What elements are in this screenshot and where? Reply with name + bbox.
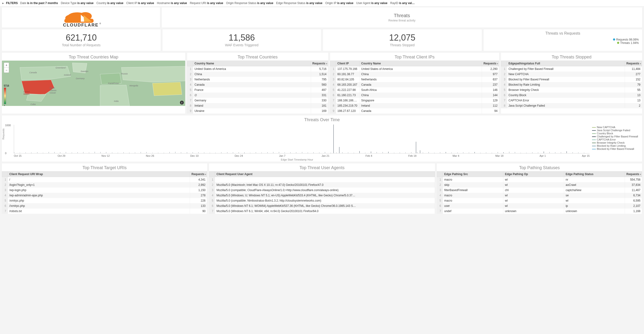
- table-row[interactable]: 2China1,514: [187, 72, 328, 77]
- filter-chip[interactable]: Date is in the past 7 months: [20, 2, 58, 5]
- filter-chip[interactable]: Edge Response Status is any value: [276, 2, 322, 5]
- table-row[interactable]: 5France497: [187, 87, 328, 93]
- table-row[interactable]: 6Country Block13: [501, 93, 642, 98]
- table-row[interactable]: 2skipwlaoCrawl37,834: [437, 182, 642, 188]
- top-user-agents-panel: Top Threat User Agents Client Request Us…: [209, 163, 435, 214]
- table-row[interactable]: 9198.27.67.120Canada94: [330, 108, 499, 114]
- table-row[interactable]: 1United States of America5,716: [187, 66, 328, 72]
- table-row[interactable]: 7Germany330: [187, 98, 328, 103]
- table-row[interactable]: 8Ireland181: [187, 103, 328, 108]
- filter-chip[interactable]: Origin IP is any value: [325, 2, 354, 5]
- table-row[interactable]: 6∅331: [187, 93, 328, 98]
- table-row[interactable]: 7188.166.188.152Singapore129: [330, 98, 499, 103]
- line-chart[interactable]: 1000 0: [14, 125, 590, 153]
- page-title: Threats: [165, 13, 639, 18]
- table-row[interactable]: 7undefunknownunknown1,168: [437, 208, 642, 214]
- table-row[interactable]: 4Canada560: [187, 82, 328, 87]
- filter-chip[interactable]: Hostname is any value: [157, 2, 187, 5]
- world-map[interactable]: + − 5716 1 i: [2, 61, 185, 106]
- top-stopped-table[interactable]: Edgepathingstatus Full Requests▾ 1Challe…: [501, 61, 642, 108]
- top-threats-stopped-panel: Top Threats Stopped Edgepathingstatus Fu…: [501, 53, 642, 114]
- top-uris-panel: Top Threat Target URIs Client Request UR…: [2, 163, 207, 214]
- svg-text:®: ®: [100, 23, 101, 25]
- kpi-threats-stopped: 12,075 Threats Stopped: [323, 29, 482, 51]
- chart-legend: New CAPTCHAJava Script Challenge FailedC…: [590, 125, 640, 161]
- filter-chip[interactable]: Request URI is any value: [190, 2, 223, 5]
- table-row[interactable]: 4Mozilla/5.0 (Windows; U; Windows NT 5.1…: [209, 193, 435, 198]
- table-row[interactable]: 6Mozilla/5.0 (Windows NT 6.1; WOW64) App…: [209, 203, 435, 208]
- table-row[interactable]: 2/login/?login_only=12,992: [2, 182, 207, 188]
- table-row[interactable]: 1Challenged by Filter Based Firewall11,4…: [501, 66, 642, 72]
- threats-over-time-panel: Threats Over Time Requests 1000 0 Oct 15…: [2, 116, 642, 162]
- table-row[interactable]: 7/robots.txt90: [2, 208, 207, 214]
- top-ips-table[interactable]: Client IP Country Name Requests▾ 1137.17…: [330, 61, 499, 114]
- map-zoom-controls[interactable]: + −: [4, 63, 9, 73]
- sort-desc-icon[interactable]: ▾: [205, 173, 206, 176]
- table-row[interactable]: 541.222.227.98South Africa146: [330, 87, 499, 93]
- table-row[interactable]: 4/wp-admin/admin-ajax.php278: [2, 193, 207, 198]
- table-row[interactable]: 1137.175.79.166United States of America2…: [330, 66, 499, 72]
- table-row[interactable]: 3Mozilla/5.0 (compatible; CloudFlare-Alw…: [209, 188, 435, 193]
- page-subtitle: Review threat activity: [165, 19, 639, 22]
- table-row[interactable]: 1/4,341: [2, 177, 207, 182]
- table-row[interactable]: 5Mozilla/5.0 (compatible; Nimbostratus-B…: [209, 198, 435, 203]
- table-row[interactable]: 8185.234.219.70Ireland112: [330, 103, 499, 108]
- zoom-out-button[interactable]: −: [4, 68, 9, 73]
- table-row[interactable]: 2Mozilla/5.0 (Macintosh; Intel Mac OS X …: [209, 182, 435, 188]
- table-row[interactable]: 468.183.200.167Canada237: [330, 82, 499, 87]
- pathing-table[interactable]: Edge Pathing Src Edge Pathing Op Edge Pa…: [437, 171, 642, 214]
- table-row[interactable]: 8Java Script Challenge Failed2: [501, 103, 642, 108]
- table-row[interactable]: 4macrowlse6,734: [437, 193, 642, 198]
- filters-label: FILTERS: [6, 2, 18, 5]
- table-row[interactable]: 6//xmlrpc.php133: [2, 203, 207, 208]
- top-agents-table[interactable]: Client Request User Agent 12Mozilla/5.0 …: [209, 171, 435, 214]
- table-row[interactable]: 5/xmlrpc.php226: [2, 198, 207, 203]
- table-row[interactable]: 1: [209, 177, 435, 182]
- kpi-waf-events: 11,586 WAF Events Triggered: [162, 29, 321, 51]
- threats-vs-requests-panel: Threats vs Requests Requests 98.06%Threa…: [484, 29, 642, 51]
- zoom-in-button[interactable]: +: [4, 63, 9, 68]
- table-row[interactable]: 4Blocked by Rate Limiting79: [501, 82, 642, 87]
- table-row[interactable]: 2New CAPTCHA277: [501, 72, 642, 77]
- sort-desc-icon[interactable]: ▾: [640, 63, 641, 65]
- brand-logo: CLOUDFLARE ®: [2, 8, 160, 28]
- sort-desc-icon[interactable]: ▾: [497, 63, 498, 65]
- table-row[interactable]: 7Mozilla/5.0 (Windows NT 6.1; Win64; x64…: [209, 208, 435, 214]
- table-row[interactable]: 6userwlip2,107: [437, 203, 642, 208]
- table-row[interactable]: 5macrowlwl6,595: [437, 198, 642, 203]
- pathing-statuses-panel: Top Pathing Statuses Edge Pathing Src Ed…: [437, 163, 642, 214]
- table-row[interactable]: 3Netherlands795: [187, 77, 328, 82]
- filter-chip[interactable]: Country is any value: [96, 2, 123, 5]
- top-uris-table[interactable]: Client Request URI Wrap Requests▾ 1/4,34…: [2, 171, 207, 214]
- sort-desc-icon[interactable]: ▾: [640, 173, 641, 176]
- map-color-scale: 5716 1: [4, 85, 12, 106]
- sort-desc-icon[interactable]: ▾: [326, 63, 327, 65]
- threat-countries-map-panel: Top Threat Countries Map + − 5716 1 i: [2, 53, 185, 114]
- filter-chip[interactable]: RayID is any val…: [390, 2, 415, 5]
- filters-bar[interactable]: ▸ FILTERS Date is in the past 7 monthsDe…: [0, 0, 644, 7]
- table-row[interactable]: 380.82.64.105Netherlands637: [330, 77, 499, 82]
- table-row[interactable]: 3filterBasedFirewallchlcaptchaNew11,467: [437, 188, 642, 193]
- table-row[interactable]: 7CAPTCHA Error13: [501, 98, 642, 103]
- top-threat-ips-panel: Top Threat Client IPs Client IP Country …: [330, 53, 499, 114]
- table-row[interactable]: 260.191.38.77China977: [330, 72, 499, 77]
- top-threat-countries-panel: Top Threat Countries Country Name Reques…: [187, 53, 328, 114]
- filter-chip[interactable]: Device Type is any value: [61, 2, 94, 5]
- table-row[interactable]: 3/wp-login.php1,150: [2, 188, 207, 193]
- table-row[interactable]: 5Browser Integrity Check55: [501, 87, 642, 93]
- table-row[interactable]: 3Blocked by Filter Based Firewall152: [501, 77, 642, 82]
- table-row[interactable]: 661.160.221.73China144: [330, 93, 499, 98]
- filter-chip[interactable]: User Agent is any value: [356, 2, 388, 5]
- kpi-total-requests: 621,710 Total Number of Requests: [2, 29, 161, 51]
- filters-expand-icon[interactable]: ▸: [2, 2, 4, 5]
- top-countries-table[interactable]: Country Name Requests▾ 1United States of…: [187, 61, 328, 114]
- svg-text:CLOUDFLARE: CLOUDFLARE: [63, 23, 99, 28]
- filter-chip[interactable]: Client IP is any value: [126, 2, 154, 5]
- table-row[interactable]: 9Ukraine169: [187, 108, 328, 114]
- filter-chip[interactable]: Origin Response Status is any value: [226, 2, 273, 5]
- table-row[interactable]: 1macrowlnr554,758: [437, 177, 642, 182]
